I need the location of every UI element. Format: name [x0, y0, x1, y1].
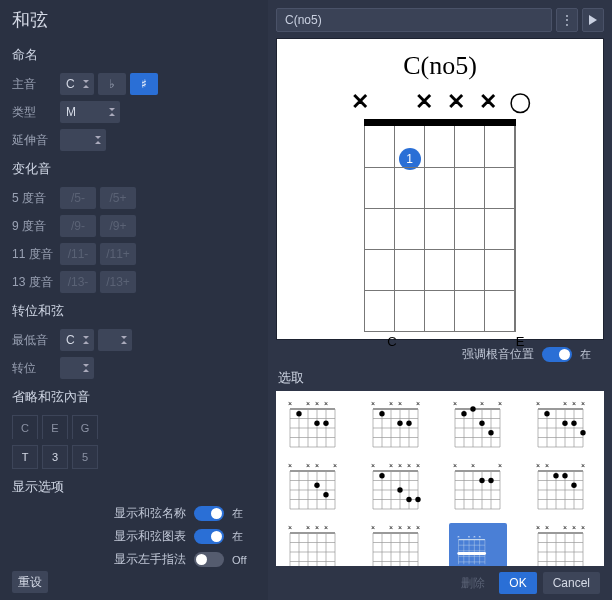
menu-button[interactable]: ⋮: [556, 8, 578, 32]
svg-text:×: ×: [535, 400, 539, 407]
emphasize-label: 强调根音位置: [462, 346, 534, 363]
reset-button[interactable]: 重设: [12, 571, 48, 593]
voicing-2[interactable]: ×××: [449, 399, 507, 451]
svg-text:×: ×: [544, 524, 548, 531]
svg-text:×: ×: [453, 462, 457, 469]
alt13-plus[interactable]: /13+: [100, 271, 136, 293]
svg-point-70: [562, 421, 567, 426]
voicing-7[interactable]: ×××: [532, 461, 590, 513]
voicing-4[interactable]: ××××: [284, 461, 342, 513]
bass-acc-select[interactable]: [98, 329, 132, 351]
show-finger-toggle[interactable]: [194, 552, 224, 567]
tone-t[interactable]: T: [12, 445, 38, 469]
type-label: 类型: [12, 104, 56, 121]
ext-label: 延伸音: [12, 132, 56, 149]
alt5-minus[interactable]: /5-: [60, 187, 96, 209]
mute-row: ✕ ✕ ✕ ✕ 〇: [345, 89, 535, 119]
type-select[interactable]: M: [60, 101, 120, 123]
voicing-grid: ××××××××××××××××××××××××××××××××××××××××…: [276, 391, 604, 566]
svg-text:×: ×: [288, 524, 292, 531]
svg-point-88: [314, 483, 319, 488]
svg-point-89: [323, 492, 328, 497]
svg-point-72: [580, 430, 585, 435]
svg-text:×: ×: [333, 462, 337, 469]
svg-point-33: [379, 411, 384, 416]
tone-3[interactable]: 3: [42, 445, 68, 469]
svg-point-15: [296, 411, 301, 416]
svg-text:×: ×: [468, 534, 471, 539]
chord-diagram: C(no5) ✕ ✕ ✕ ✕ 〇 1: [276, 38, 604, 340]
svg-text:×: ×: [580, 462, 584, 469]
chord-name-input[interactable]: [276, 8, 552, 32]
show-name-toggle[interactable]: [194, 506, 224, 521]
svg-text:×: ×: [306, 524, 310, 531]
svg-point-124: [479, 478, 484, 483]
section-altered: 变化音: [12, 160, 254, 178]
svg-text:×: ×: [562, 524, 566, 531]
sharp-button[interactable]: ♯: [130, 73, 158, 95]
svg-point-108: [406, 497, 411, 502]
svg-point-53: [488, 430, 493, 435]
svg-text:×: ×: [288, 462, 292, 469]
panel-title: 和弦: [12, 8, 254, 32]
inversion-select[interactable]: [60, 357, 94, 379]
play-button[interactable]: [582, 8, 604, 32]
ok-button[interactable]: OK: [499, 572, 536, 594]
svg-text:×: ×: [562, 400, 566, 407]
voicing-6[interactable]: ×××: [449, 461, 507, 513]
alt5-plus[interactable]: /5+: [100, 187, 136, 209]
voicing-10[interactable]: ××××: [449, 523, 507, 566]
show-name-label: 显示和弦名称: [114, 505, 186, 522]
alt9-label: 9 度音: [12, 218, 56, 235]
cancel-button[interactable]: Cancel: [543, 572, 600, 594]
voicing-0[interactable]: ××××: [284, 399, 342, 451]
alt11-label: 11 度音: [12, 246, 56, 263]
delete-link[interactable]: 删除: [461, 575, 485, 592]
svg-text:×: ×: [397, 524, 401, 531]
svg-text:×: ×: [471, 462, 475, 469]
svg-point-35: [406, 421, 411, 426]
voicing-8[interactable]: ××××: [284, 523, 342, 566]
show-diagram-toggle[interactable]: [194, 529, 224, 544]
voicing-3[interactable]: ××××: [532, 399, 590, 451]
root-select[interactable]: C: [60, 73, 94, 95]
voicing-9[interactable]: ×××××: [367, 523, 425, 566]
flat-button[interactable]: ♭: [98, 73, 126, 95]
emphasize-toggle[interactable]: [542, 347, 572, 362]
alt11-minus[interactable]: /11-: [60, 243, 96, 265]
ext-select[interactable]: [60, 129, 106, 151]
svg-text:×: ×: [415, 524, 419, 531]
svg-text:×: ×: [544, 462, 548, 469]
footer: 删除 OK Cancel: [276, 566, 604, 600]
voicing-11[interactable]: ×××××: [532, 523, 590, 566]
voicing-5[interactable]: ×××××: [367, 461, 425, 513]
svg-text:×: ×: [498, 400, 502, 407]
svg-text:×: ×: [406, 462, 410, 469]
alt13-minus[interactable]: /13-: [60, 271, 96, 293]
svg-text:×: ×: [473, 534, 476, 539]
bass-select[interactable]: C: [60, 329, 94, 351]
svg-text:×: ×: [370, 462, 374, 469]
alt9-plus[interactable]: /9+: [100, 215, 136, 237]
svg-text:×: ×: [571, 400, 575, 407]
show-diagram-label: 显示和弦图表: [114, 528, 186, 545]
svg-text:×: ×: [388, 462, 392, 469]
voicing-1[interactable]: ××××: [367, 399, 425, 451]
show-finger-label: 显示左手指法: [114, 551, 186, 568]
alt11-plus[interactable]: /11+: [100, 243, 136, 265]
svg-text:×: ×: [415, 462, 419, 469]
bass-label: 最低音: [12, 332, 56, 349]
chord-settings-panel: 和弦 命名 主音 C ♭ ♯ 类型 M 延伸音 变化音 5 度音/5-/5+ 9…: [0, 0, 268, 600]
svg-point-106: [379, 473, 384, 478]
fretboard: 1: [364, 119, 516, 332]
svg-point-140: [553, 473, 558, 478]
section-omit: 省略和弦內音: [12, 388, 254, 406]
tone-5[interactable]: 5: [72, 445, 98, 469]
svg-text:×: ×: [315, 400, 319, 407]
alt9-minus[interactable]: /9-: [60, 215, 96, 237]
svg-point-17: [323, 421, 328, 426]
svg-text:×: ×: [388, 400, 392, 407]
svg-text:×: ×: [535, 524, 539, 531]
svg-text:×: ×: [324, 400, 328, 407]
svg-point-107: [397, 487, 402, 492]
